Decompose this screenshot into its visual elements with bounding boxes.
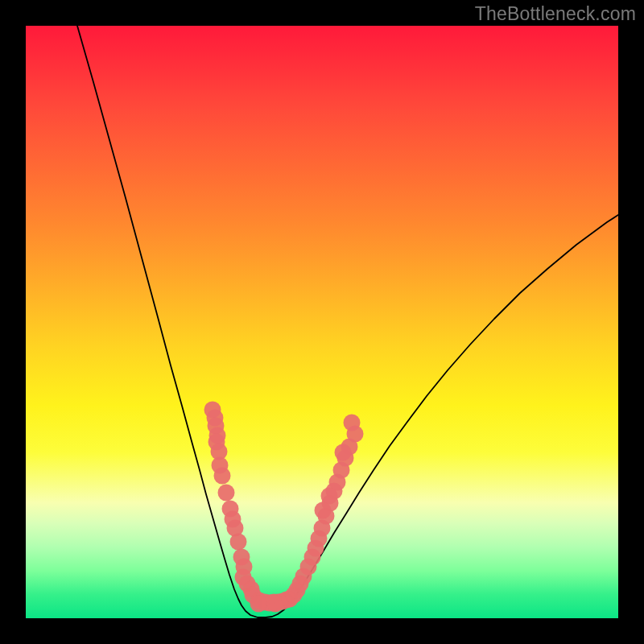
scatter-points xyxy=(26,26,618,618)
svg-point-12 xyxy=(230,534,247,551)
plot-area xyxy=(26,26,618,618)
outer-frame: TheBottleneck.com xyxy=(0,0,644,644)
svg-point-26 xyxy=(250,596,267,613)
svg-point-46 xyxy=(321,488,338,505)
svg-point-45 xyxy=(335,444,352,461)
svg-point-49 xyxy=(344,415,361,431)
watermark-label: TheBottleneck.com xyxy=(475,3,636,25)
svg-point-8 xyxy=(218,485,235,502)
svg-point-27 xyxy=(267,596,284,613)
svg-point-47 xyxy=(315,502,332,519)
svg-point-7 xyxy=(214,468,231,485)
